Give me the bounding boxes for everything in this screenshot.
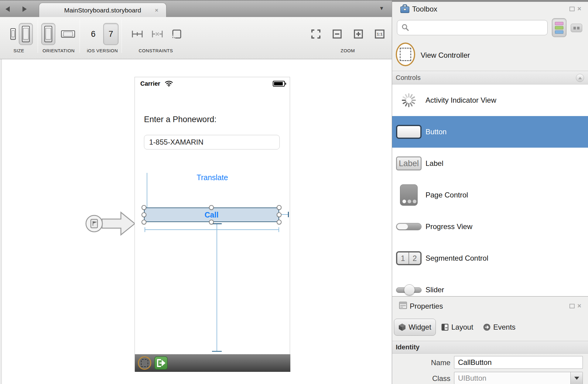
dock-panel: Toolbox × View Controller Control xyxy=(392,0,588,384)
zoom-fit-button[interactable] xyxy=(309,27,323,41)
tab-list-dropdown-icon[interactable]: ▼ xyxy=(379,5,384,12)
label-control-icon: Label xyxy=(396,156,422,170)
toolbox-icon xyxy=(400,4,410,13)
search-icon xyxy=(402,24,409,32)
tab-events[interactable]: Events xyxy=(483,319,515,336)
toolbox-item-button[interactable]: Button xyxy=(392,116,588,148)
portrait-phone-icon xyxy=(44,26,52,42)
ios7-label: 7 xyxy=(108,29,113,39)
tab-widget[interactable]: Widget xyxy=(394,319,436,336)
iphone-small-icon xyxy=(10,28,16,40)
controls-section-header[interactable]: Controls xyxy=(392,71,588,84)
toolbox-item-view-controller[interactable]: View Controller xyxy=(392,40,588,70)
chevron-down-icon xyxy=(574,377,579,380)
toolbox-item-slider[interactable]: Slider xyxy=(392,274,588,296)
zoom-fit-icon xyxy=(311,29,321,39)
resize-handle-top-right[interactable] xyxy=(277,205,282,210)
iphone-design-surface[interactable]: Carrier Enter a Phoneword: 1-855-XAMARIN… xyxy=(135,77,290,372)
view-controller-badge-icon[interactable] xyxy=(138,356,151,370)
progress-view-icon xyxy=(396,223,422,230)
add-width-constraint-button[interactable] xyxy=(131,27,144,41)
back-arrow-icon xyxy=(5,6,10,12)
toolbox-compact-view-button[interactable] xyxy=(571,24,582,32)
properties-panel: Properties × Widget xyxy=(392,296,588,384)
toolbox-dock-icon[interactable] xyxy=(569,7,575,11)
zoom-out-button[interactable] xyxy=(330,27,344,41)
design-canvas[interactable]: Carrier Enter a Phoneword: 1-855-XAMARIN… xyxy=(0,59,392,384)
search-input[interactable] xyxy=(409,20,547,35)
identity-section-label: Identity xyxy=(396,343,419,351)
resize-handle-bottom-left[interactable] xyxy=(142,220,146,225)
constraints-group-label: CONSTRAINTS xyxy=(138,48,173,53)
class-dropdown-button[interactable] xyxy=(570,372,583,384)
ios6-button[interactable]: 6 xyxy=(86,23,100,45)
toolbar-separator xyxy=(121,19,122,53)
toolbox-controls-list: Activity Indicator View Button Label Lab… xyxy=(392,84,588,296)
forward-arrow-icon xyxy=(22,6,27,12)
iphone-large-icon xyxy=(22,26,30,42)
landscape-phone-icon xyxy=(61,30,75,38)
toolbar-separator xyxy=(80,19,80,53)
width-constraint-icon xyxy=(132,30,143,38)
tab-layout[interactable]: Layout xyxy=(441,319,473,336)
phoneword-prompt-label: Enter a Phoneword: xyxy=(144,115,217,124)
name-input[interactable] xyxy=(454,356,583,369)
svg-text:1:1: 1:1 xyxy=(377,32,383,36)
tab-mainstoryboard[interactable]: MainStoryboard.storyboard × xyxy=(39,3,166,18)
resize-handle-middle-right[interactable] xyxy=(277,212,282,217)
zoom-group-label: ZOOM xyxy=(341,48,355,53)
toolbox-list-view-button[interactable] xyxy=(552,18,566,37)
orientation-portrait-button[interactable] xyxy=(41,23,55,45)
toolbox-item-activity-indicator[interactable]: Activity Indicator View xyxy=(392,84,588,116)
constraint-measure-tick-left xyxy=(145,227,145,232)
activity-indicator-icon xyxy=(401,92,417,108)
toolbox-item-progress-view[interactable]: Progress View xyxy=(392,211,588,242)
battery-icon xyxy=(273,81,285,87)
translate-button[interactable]: Translate xyxy=(135,173,290,182)
class-combobox[interactable]: UIButton xyxy=(454,372,583,384)
phoneword-text-field[interactable]: 1-855-XAMARIN xyxy=(144,135,280,149)
toolbox-close-icon[interactable]: × xyxy=(577,5,581,12)
constraint-anchor-tick-bottom xyxy=(212,351,222,352)
identity-section-header: Identity xyxy=(392,341,588,354)
resize-handle-middle-left[interactable] xyxy=(142,212,146,217)
properties-dock-icon[interactable] xyxy=(569,304,575,308)
toolbox-item-segmented-control[interactable]: 12 Segmented Control xyxy=(392,242,588,274)
resize-handle-bottom-center[interactable] xyxy=(209,220,214,225)
forward-arrow-button[interactable] xyxy=(20,5,29,13)
orientation-group-label: ORIENTATION xyxy=(43,48,75,53)
size-iphone4-button[interactable] xyxy=(19,23,33,45)
collapse-section-button[interactable] xyxy=(576,74,584,82)
zoom-actual-size-button[interactable]: 1:1 xyxy=(373,27,386,41)
toolbox-item-label[interactable]: Label Label xyxy=(392,148,588,179)
tab-close-icon[interactable]: × xyxy=(155,7,158,14)
toolbox-title: Toolbox xyxy=(412,5,437,13)
back-arrow-button[interactable] xyxy=(4,5,13,13)
toolbox-search-field[interactable] xyxy=(397,20,548,35)
size-iphone35-button[interactable] xyxy=(8,23,18,45)
zoom-in-button[interactable] xyxy=(352,27,365,41)
resize-handle-top-left[interactable] xyxy=(142,205,146,210)
ios7-button[interactable]: 7 xyxy=(103,23,118,45)
storyboard-flag-icon xyxy=(91,219,97,228)
constraint-guide-bottom xyxy=(217,224,217,352)
events-icon xyxy=(483,324,491,331)
update-frames-button[interactable] xyxy=(170,27,183,41)
collapse-up-icon xyxy=(578,77,582,79)
resize-handle-bottom-right[interactable] xyxy=(277,220,282,225)
properties-close-icon[interactable]: × xyxy=(577,303,581,309)
name-field-label: Name xyxy=(392,358,450,367)
constraint-anchor-tick-right xyxy=(288,212,289,217)
properties-title: Properties xyxy=(410,302,443,310)
resize-handle-top-center[interactable] xyxy=(209,205,214,210)
remove-constraint-icon xyxy=(152,30,163,38)
constraint-measure-horizontal xyxy=(145,229,279,230)
toolbox-item-page-control[interactable]: Page Control xyxy=(392,179,588,211)
remove-constraint-button[interactable] xyxy=(151,27,164,41)
list-view-icon xyxy=(555,22,563,25)
orientation-landscape-button[interactable] xyxy=(60,23,77,45)
initial-view-segue-arrow[interactable] xyxy=(84,210,137,237)
controls-section-label: Controls xyxy=(396,74,421,82)
exit-segue-icon[interactable] xyxy=(154,356,168,370)
properties-icon xyxy=(399,301,407,309)
